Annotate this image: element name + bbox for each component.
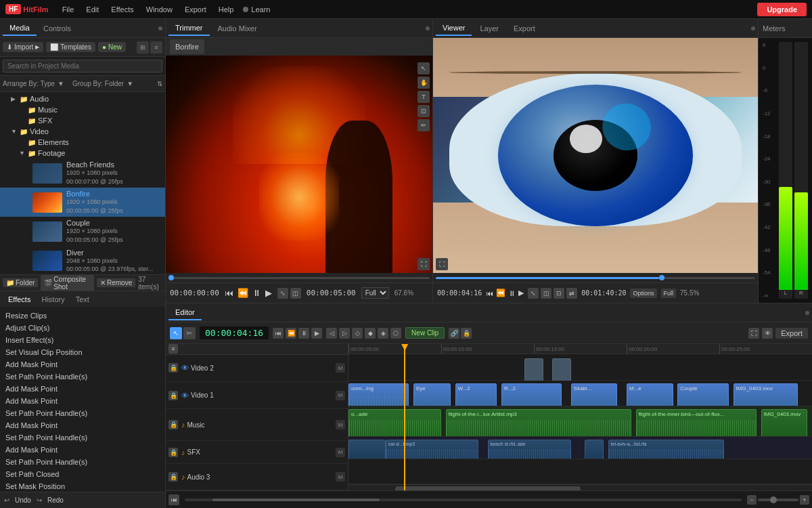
viewer-tool-1[interactable]: ⤡ [528, 288, 539, 299]
effect-insert-effect[interactable]: Insert Effect(s) [3, 334, 162, 346]
tl-zoom-in-icon[interactable]: + [800, 495, 809, 505]
trimmer-playhead[interactable] [168, 275, 174, 280]
clip-sfx-2[interactable]: beach st.rfd..ade [488, 440, 571, 459]
viewer-timeline[interactable] [436, 277, 755, 279]
track-music-content[interactable]: o...ade flight-of-the-i...lux Artlist.mp… [348, 406, 812, 437]
transport-play[interactable]: ▶ [265, 288, 272, 298]
arrange-dropdown-icon[interactable]: ▼ [58, 80, 64, 87]
tl-zoom-handle[interactable] [770, 496, 777, 503]
clip-v1-couple[interactable]: Couple [677, 383, 728, 407]
tl-select-tool[interactable]: ↖ [170, 327, 182, 339]
viewer-transport-prev[interactable]: ⏪ [496, 289, 505, 297]
tab-export-viewer[interactable]: Export [507, 22, 542, 35]
clip-music-img0403[interactable]: IMG_0403.mov [761, 409, 808, 437]
viewer-tool-3[interactable]: ⊡ [554, 288, 564, 299]
tl-prev-icon[interactable]: ⏮ [273, 328, 284, 339]
list-view-icon[interactable]: ≡ [150, 41, 162, 54]
import-button[interactable]: ⬇ Import ▶ [3, 42, 43, 52]
viewer-tool-2[interactable]: ◫ [541, 288, 551, 299]
effect-add-mask-2[interactable]: Add Mask Point [3, 383, 162, 395]
track-audio3-content[interactable] [348, 459, 812, 484]
tl-rw-icon[interactable]: ⏪ [286, 328, 296, 339]
tool-crop[interactable]: ⊡ [418, 105, 430, 117]
tab-viewer[interactable]: Viewer [436, 21, 472, 36]
tl-zoom-slider[interactable] [758, 499, 798, 501]
grid-view-icon[interactable]: ⊞ [137, 41, 149, 54]
effect-set-path-4[interactable]: Set Path Point Handle(s) [3, 456, 162, 468]
effect-set-path-3[interactable]: Set Path Point Handle(s) [3, 431, 162, 444]
trimmer-full-select[interactable]: Full [361, 287, 389, 299]
tl-key-icon[interactable]: ⬡ [390, 328, 401, 339]
tl-link-icon[interactable]: 🔗 [449, 328, 459, 339]
tree-music[interactable]: 📁 Music [0, 104, 165, 115]
viewer-playhead[interactable] [659, 275, 664, 280]
tracka3-ctrl1[interactable]: M [336, 472, 345, 482]
tab-layer[interactable]: Layer [473, 22, 505, 35]
viewer-transport-start[interactable]: ⏮ [486, 289, 493, 297]
track1-ctrl1[interactable]: M [336, 391, 345, 400]
viewer-expand-icon[interactable]: ⛶ [436, 258, 448, 270]
tree-audio[interactable]: ▶ 📁 Audio [0, 93, 165, 104]
track-sfx-content[interactable]: car-d...t.mp3 beach st.rfd..ade tel-aviv… [348, 437, 812, 459]
search-input[interactable] [3, 60, 162, 72]
tl-lock-icon[interactable]: 🔒 [461, 328, 472, 339]
tab-history[interactable]: History [36, 294, 70, 305]
tl-clip-icon[interactable]: ◇ [352, 328, 363, 339]
tl-fit-icon[interactable]: ⛶ [748, 328, 759, 339]
tl-in-icon[interactable]: ◆ [365, 328, 376, 339]
lock-v1-icon[interactable]: 🔒 [168, 391, 178, 400]
remove-button[interactable]: ✕ Remove [97, 278, 135, 287]
effect-set-visual[interactable]: Set Visual Clip Position [3, 346, 162, 358]
tl-out-icon[interactable]: ◈ [378, 328, 388, 339]
clip-v1-me[interactable]: M...e [627, 383, 673, 407]
tl-mark-icon[interactable]: ◁ [326, 328, 337, 339]
tree-sfx[interactable]: 📁 SFX [0, 115, 165, 126]
transport-play-pause[interactable]: ⏸ [252, 288, 261, 298]
effect-resize-clips[interactable]: Resize Clips [3, 310, 162, 322]
lock-m-icon[interactable]: 🔒 [168, 420, 178, 429]
effect-adjust-clip[interactable]: Adjust Clip(s) [3, 322, 162, 334]
scrollbar-thumb[interactable] [395, 486, 581, 490]
composite-shot-button[interactable]: 🎬 Composite Shot [41, 275, 94, 291]
new-clip-button[interactable]: New Clip [405, 327, 445, 339]
tracks-ctrl1[interactable]: M [336, 448, 345, 457]
clip-music-2[interactable]: flight-of-the-i...lux Artlist.mp3 [446, 409, 631, 437]
tl-eye2-icon[interactable]: 👁 [762, 328, 773, 339]
effect-add-mask-5[interactable]: Add Mask Point [3, 444, 162, 456]
tracks-menu-icon[interactable]: ≡ [168, 344, 178, 354]
export-button[interactable]: Export [775, 328, 808, 339]
trackm-ctrl1[interactable]: M [336, 420, 345, 429]
transport-prev-frame[interactable]: ⏪ [238, 288, 248, 298]
tool-cursor[interactable]: ↖ [418, 62, 430, 75]
clip-music-3[interactable]: flight-of-the-inner-bird---out-of-flux..… [636, 409, 757, 437]
clip-music-1[interactable]: o...ade [348, 409, 441, 437]
clip-v1-r2[interactable]: R...2 [501, 383, 562, 407]
menu-window[interactable]: Window [141, 4, 178, 15]
trimmer-timeline[interactable] [168, 277, 430, 279]
expand-icon[interactable]: ⛶ [418, 258, 430, 270]
sort-icon[interactable]: ⇅ [157, 80, 162, 87]
viewer-transport-pause[interactable]: ⏸ [508, 289, 516, 297]
music-icon[interactable]: ♪ [181, 421, 185, 429]
tab-trimmer[interactable]: Trimmer [168, 21, 210, 36]
effect-set-path-2[interactable]: Set Path Point Handle(s) [3, 407, 162, 419]
effect-set-path-1[interactable]: Set Path Point Handle(s) [3, 371, 162, 383]
clip-sfx-0[interactable] [348, 440, 386, 459]
file-bonfire[interactable]: Bonfire 1920 × 1080 pixels 00:00:05:00 @… [0, 188, 165, 217]
file-couple[interactable]: Couple 1920 × 1080 pixels 00:00:05:00 @ … [0, 217, 165, 246]
audio3-icon[interactable]: ♪ [181, 473, 185, 481]
clip-v1-1[interactable]: oom...ing [348, 383, 409, 407]
file-beach-friends[interactable]: Beach Friends 1920 × 1080 pixels 00:00:0… [0, 158, 165, 188]
tab-editor[interactable]: Editor [168, 305, 202, 320]
track-v2-content[interactable] [348, 354, 812, 381]
redo-label[interactable]: Redo [47, 496, 64, 504]
transport-start[interactable]: ⏮ [225, 288, 233, 298]
timeline-scrollbar[interactable] [348, 484, 812, 490]
menu-help[interactable]: Help [213, 4, 240, 15]
menu-effects[interactable]: Effects [106, 4, 139, 15]
tree-footage[interactable]: ▼ 📁 Footage [0, 148, 165, 158]
trim-icon-2[interactable]: ◫ [290, 288, 301, 299]
clip-v1-w2[interactable]: W...2 [455, 383, 497, 407]
tab-text[interactable]: Text [70, 294, 95, 305]
clip-sfx-3[interactable] [585, 440, 603, 459]
